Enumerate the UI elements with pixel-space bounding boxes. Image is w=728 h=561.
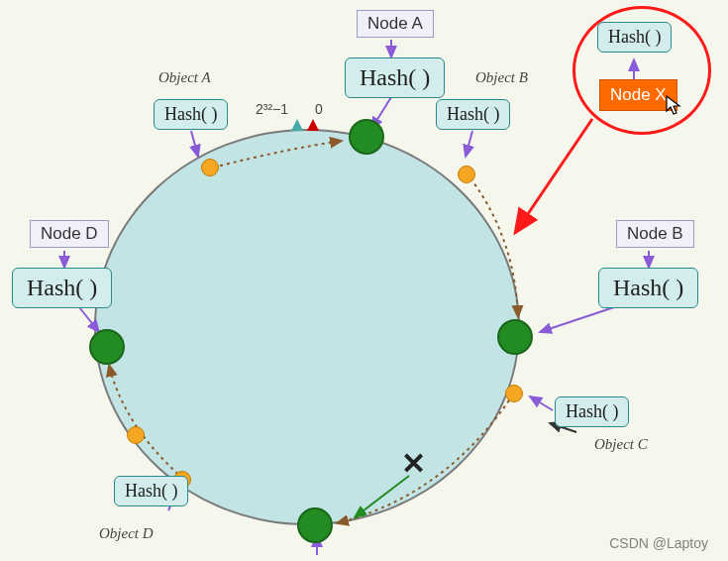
object-dot-a <box>201 159 219 176</box>
cursor-icon <box>666 95 683 122</box>
node-dot-d <box>89 329 125 365</box>
svg-line-4 <box>191 131 198 157</box>
hash-ring <box>94 129 520 525</box>
node-b-hash: Hash( ) <box>598 268 698 308</box>
diagram-canvas: ✕ 2³²−1 0 Node A Hash( ) Object A Hash( … <box>0 0 728 561</box>
ring-min-label: 0 <box>315 101 323 117</box>
removed-node-marker: ✕ <box>401 446 426 481</box>
object-d-hash: Hash( ) <box>114 476 188 506</box>
node-a-hash: Hash( ) <box>345 57 445 98</box>
object-a-hash: Hash( ) <box>154 99 228 130</box>
node-x-hash: Hash( ) <box>597 22 672 53</box>
svg-line-5 <box>466 131 472 157</box>
object-dot-extra <box>127 426 145 444</box>
object-d-label: Object D <box>99 525 154 542</box>
svg-line-12 <box>540 307 614 332</box>
svg-line-7 <box>530 396 553 410</box>
node-dot-b <box>497 319 533 355</box>
object-dot-b <box>458 166 475 183</box>
node-b-label: Node B <box>616 220 694 248</box>
object-a-label: Object A <box>158 69 211 86</box>
watermark-text: CSDN @Laptoy <box>609 535 708 551</box>
node-d-label: Node D <box>30 220 109 248</box>
object-dot-c <box>505 385 523 402</box>
node-dot-bottom <box>297 507 333 543</box>
object-b-hash: Hash( ) <box>436 99 510 130</box>
node-d-hash: Hash( ) <box>12 268 112 308</box>
object-c-label: Object C <box>594 436 648 453</box>
object-b-label: Object B <box>475 69 528 86</box>
node-a-label: Node A <box>357 10 434 38</box>
node-dot-a <box>349 119 384 155</box>
object-c-hash: Hash( ) <box>555 396 629 427</box>
ring-max-label: 2³²−1 <box>256 101 288 117</box>
